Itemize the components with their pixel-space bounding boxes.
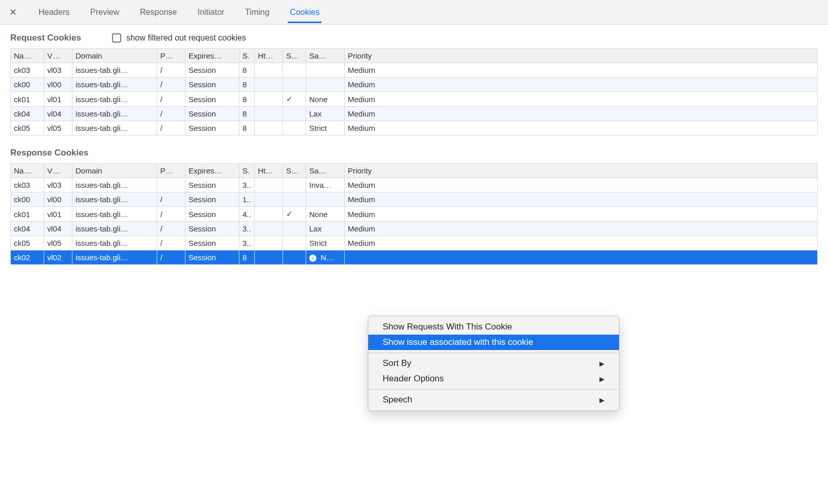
- cell-path[interactable]: /: [157, 121, 185, 135]
- request-cookies-table[interactable]: Na… V… Domain P… Expires… S. Ht… S… Sa… …: [10, 48, 818, 135]
- cell-expires[interactable]: Session: [185, 207, 239, 222]
- cell-samesite[interactable]: Strict: [306, 236, 345, 250]
- cell-name[interactable]: ck03: [11, 63, 44, 77]
- cell-path[interactable]: /: [157, 236, 185, 250]
- col-path[interactable]: P…: [157, 164, 185, 178]
- cell-name[interactable]: ck04: [11, 222, 44, 236]
- table-row[interactable]: ck00vl00issues-tab.gli…/Session1..Medium: [11, 192, 818, 207]
- col-size[interactable]: S.: [239, 49, 255, 63]
- cell-expires[interactable]: Session: [185, 121, 239, 135]
- cell-samesite[interactable]: Strict: [306, 121, 345, 135]
- cell-secure[interactable]: ✓: [283, 207, 306, 222]
- cell-name[interactable]: ck03: [11, 178, 44, 192]
- cell-value[interactable]: vl03: [44, 63, 72, 77]
- cell-name[interactable]: ck01: [11, 207, 44, 222]
- cell-name[interactable]: ck00: [11, 192, 44, 207]
- cell-path[interactable]: /: [157, 63, 185, 77]
- cell-domain[interactable]: issues-tab.gli…: [72, 92, 157, 107]
- table-row[interactable]: ck04vl04issues-tab.gli…/Session3..LaxMed…: [11, 222, 818, 236]
- cell-domain[interactable]: issues-tab.gli…: [72, 121, 157, 135]
- table-row[interactable]: ck03vl03issues-tab.gli…Session3..Inva…Me…: [11, 178, 818, 192]
- col-value[interactable]: V…: [44, 164, 72, 178]
- cell-size[interactable]: 1..: [239, 192, 255, 207]
- col-domain[interactable]: Domain: [72, 164, 157, 178]
- cell-expires[interactable]: Session: [185, 107, 239, 121]
- cell-priority[interactable]: Medium: [345, 107, 818, 121]
- table-row[interactable]: ck05vl05issues-tab.gli…/Session8StrictMe…: [11, 121, 818, 135]
- cell-path[interactable]: /: [157, 222, 185, 236]
- cell-value[interactable]: vl00: [44, 192, 72, 207]
- cell-value[interactable]: vl01: [44, 92, 72, 107]
- table-row[interactable]: ck03vl03issues-tab.gli…/Session8Medium: [11, 63, 818, 77]
- cell-domain[interactable]: issues-tab.gli…: [72, 77, 157, 92]
- cell-expires[interactable]: Session: [185, 192, 239, 207]
- cell-priority[interactable]: Medium: [345, 63, 818, 77]
- tab-initiator[interactable]: Initiator: [195, 2, 226, 23]
- table-row[interactable]: ck01vl01issues-tab.gli…/Session8✓NoneMed…: [11, 92, 818, 107]
- cell-size[interactable]: 8: [239, 107, 255, 121]
- col-secure[interactable]: S…: [283, 164, 306, 178]
- cell-samesite[interactable]: [306, 63, 345, 77]
- cell-secure[interactable]: [283, 178, 306, 192]
- cell-samesite[interactable]: None: [306, 92, 345, 107]
- col-expires[interactable]: Expires…: [185, 164, 239, 178]
- cell-path[interactable]: /: [157, 192, 185, 207]
- cell-secure[interactable]: ✓: [283, 92, 306, 107]
- cell-httponly[interactable]: [255, 222, 283, 236]
- cell-size[interactable]: 8: [239, 77, 255, 92]
- cell-path[interactable]: /: [157, 92, 185, 107]
- cell-name[interactable]: ck05: [11, 121, 44, 135]
- cell-expires[interactable]: Session: [185, 92, 239, 107]
- cell-path[interactable]: [157, 178, 185, 192]
- table-header-row[interactable]: Na… V… Domain P… Expires… S. Ht… S… Sa… …: [11, 164, 818, 178]
- tab-preview[interactable]: Preview: [88, 2, 121, 23]
- table-row[interactable]: ck02vl02issues-tab.gli…/Session8i N…: [11, 250, 818, 265]
- cell-priority[interactable]: Medium: [345, 222, 818, 236]
- cell-size[interactable]: 3..: [239, 178, 255, 192]
- cell-secure[interactable]: [283, 250, 306, 265]
- cell-httponly[interactable]: [255, 92, 283, 107]
- col-size[interactable]: S.: [239, 164, 255, 178]
- cell-priority[interactable]: Medium: [345, 192, 818, 207]
- cell-value[interactable]: vl05: [44, 121, 72, 135]
- cell-samesite[interactable]: Lax: [306, 222, 345, 236]
- table-row[interactable]: ck00vl00issues-tab.gli…/Session8Medium: [11, 77, 818, 92]
- cell-value[interactable]: vl01: [44, 207, 72, 222]
- cell-domain[interactable]: issues-tab.gli…: [72, 178, 157, 192]
- table-row[interactable]: ck01vl01issues-tab.gli…/Session4..✓NoneM…: [11, 207, 818, 222]
- cell-domain[interactable]: issues-tab.gli…: [72, 236, 157, 250]
- cell-samesite[interactable]: [306, 77, 345, 92]
- cell-size[interactable]: 8: [239, 121, 255, 135]
- col-expires[interactable]: Expires…: [185, 49, 239, 63]
- cell-expires[interactable]: Session: [185, 77, 239, 92]
- tab-timing[interactable]: Timing: [243, 2, 271, 23]
- cell-httponly[interactable]: [255, 250, 283, 265]
- response-cookies-table[interactable]: Na… V… Domain P… Expires… S. Ht… S… Sa… …: [10, 163, 818, 265]
- table-row[interactable]: ck05vl05issues-tab.gli…/Session3..Strict…: [11, 236, 818, 250]
- cell-value[interactable]: vl04: [44, 222, 72, 236]
- cell-httponly[interactable]: [255, 207, 283, 222]
- cell-samesite[interactable]: None: [306, 207, 345, 222]
- cell-domain[interactable]: issues-tab.gli…: [72, 250, 157, 265]
- cell-name[interactable]: ck00: [11, 77, 44, 92]
- cell-httponly[interactable]: [255, 121, 283, 135]
- cell-secure[interactable]: [283, 222, 306, 236]
- cell-priority[interactable]: [345, 250, 818, 265]
- cell-priority[interactable]: Medium: [345, 207, 818, 222]
- cell-value[interactable]: vl05: [44, 236, 72, 250]
- cell-priority[interactable]: Medium: [345, 77, 818, 92]
- cell-secure[interactable]: [283, 192, 306, 207]
- show-filtered-checkbox-wrap[interactable]: show filtered out request cookies: [112, 33, 246, 43]
- cell-priority[interactable]: Medium: [345, 121, 818, 135]
- cell-name[interactable]: ck01: [11, 92, 44, 107]
- cell-name[interactable]: ck02: [11, 250, 44, 265]
- col-priority[interactable]: Priority: [345, 164, 818, 178]
- cell-priority[interactable]: Medium: [345, 178, 818, 192]
- cell-httponly[interactable]: [255, 107, 283, 121]
- cell-expires[interactable]: Session: [185, 63, 239, 77]
- cell-size[interactable]: 8: [239, 63, 255, 77]
- cell-httponly[interactable]: [255, 63, 283, 77]
- cell-path[interactable]: /: [157, 250, 185, 265]
- cell-expires[interactable]: Session: [185, 222, 239, 236]
- cell-path[interactable]: /: [157, 107, 185, 121]
